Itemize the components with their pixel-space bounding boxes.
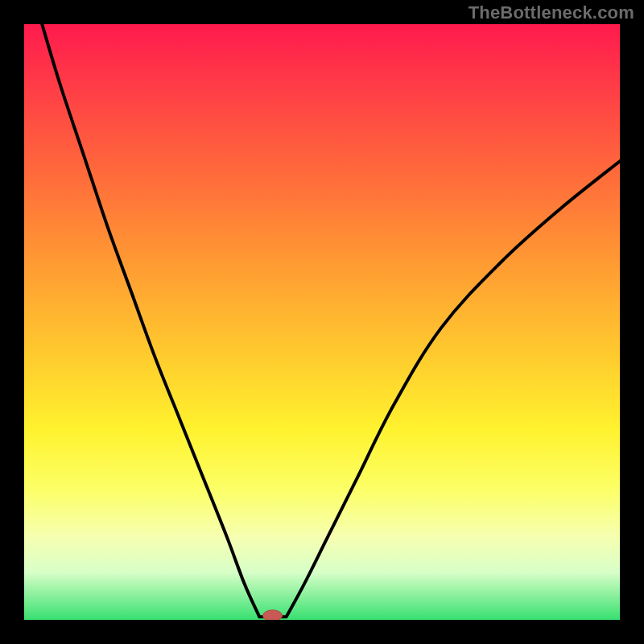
chart-svg: [24, 24, 620, 620]
watermark-text: TheBottleneck.com: [469, 2, 634, 23]
bottleneck-curve: [42, 24, 620, 617]
optimal-point-marker: [263, 610, 283, 620]
plot-area: [24, 24, 620, 620]
chart-frame: TheBottleneck.com: [0, 0, 644, 644]
